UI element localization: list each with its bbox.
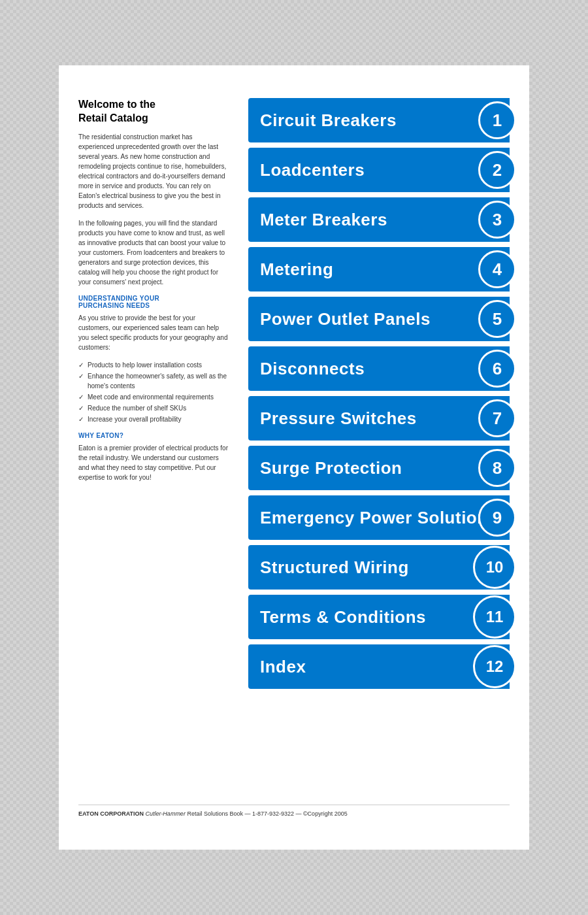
checklist-item: Increase your overall profitability [78,414,229,424]
menu-label: Meter Breakers [260,210,387,230]
menu-label: Metering [260,259,333,280]
menu-bar: Disconnects [248,346,510,391]
footer-subbrand: Cutler-Hammer [146,810,186,817]
menu-number: 4 [478,250,516,288]
menu-bar: Power Outlet Panels [248,297,510,341]
menu-bar: Structured Wiring [248,545,510,590]
menu-label: Emergency Power Solutions [260,508,498,528]
section2-heading: WHY EATON? [78,432,229,439]
footer: EATON CORPORATION Cutler-Hammer Retail S… [78,805,510,817]
menu-label: Index [260,657,306,677]
menu-item[interactable]: Surge Protection8 [248,446,510,490]
page: Welcome to the Retail Catalog The reside… [59,65,529,850]
menu-label: Loadcenters [260,160,365,180]
menu-bar: Terms & Conditions [248,595,510,639]
section1-text: As you strive to provide the best for yo… [78,313,229,352]
menu-number: 5 [478,300,516,338]
checklist-item: Enhance the homeowner's safety, as well … [78,371,229,391]
menu-bar: Pressure Switches [248,396,510,441]
menu-item[interactable]: Metering4 [248,247,510,291]
menu-number: 1 [478,101,516,139]
menu-label: Structured Wiring [260,557,409,578]
menu-label: Disconnects [260,359,365,379]
content-area: Welcome to the Retail Catalog The reside… [78,98,510,785]
checklist: Products to help lower installation cost… [78,360,229,424]
menu-number: 10 [473,546,516,589]
menu-label: Power Outlet Panels [260,309,431,329]
menu-item[interactable]: Power Outlet Panels5 [248,297,510,341]
menu-item[interactable]: Disconnects6 [248,346,510,391]
right-column: Circuit Breakers1Loadcenters2Meter Break… [248,98,510,785]
menu-bar: Surge Protection [248,446,510,490]
menu-item[interactable]: Structured Wiring10 [248,545,510,590]
menu-bar: Meter Breakers [248,197,510,242]
footer-brand: EATON CORPORATION [78,810,144,817]
menu-bar: Index [248,644,510,689]
menu-item[interactable]: Terms & Conditions11 [248,595,510,639]
menu-item[interactable]: Meter Breakers3 [248,197,510,242]
checklist-item: Reduce the number of shelf SKUs [78,403,229,413]
welcome-title: Welcome to the Retail Catalog [78,98,229,125]
intro-paragraph: The residential construction market has … [78,132,229,210]
menu-number: 8 [478,449,516,487]
menu-label: Terms & Conditions [260,607,426,627]
para2: In the following pages, you will find th… [78,218,229,287]
menu-bar: Metering [248,247,510,291]
menu-label: Pressure Switches [260,408,417,429]
checklist-item: Meet code and environmental requirements [78,392,229,402]
left-column: Welcome to the Retail Catalog The reside… [78,98,235,785]
footer-rest: Retail Solutions Book — 1-877-932-9322 —… [187,810,347,817]
menu-item[interactable]: Index12 [248,644,510,689]
menu-number: 6 [478,350,516,388]
menu-bar: Loadcenters [248,148,510,192]
menu-item[interactable]: Loadcenters2 [248,148,510,192]
menu-label: Surge Protection [260,458,402,478]
menu-label: Circuit Breakers [260,110,397,131]
checklist-item: Products to help lower installation cost… [78,360,229,370]
menu-item[interactable]: Pressure Switches7 [248,396,510,441]
menu-bar: Circuit Breakers [248,98,510,142]
section1-heading: UNDERSTANDING YOUR PURCHASING NEEDS [78,295,229,309]
menu-bar: Emergency Power Solutions [248,495,510,540]
menu-number: 7 [478,399,516,437]
menu-number: 12 [473,645,516,688]
menu-number: 9 [478,499,516,537]
menu-item[interactable]: Circuit Breakers1 [248,98,510,142]
menu-number: 3 [478,201,516,239]
menu-number: 2 [478,151,516,189]
menu-number: 11 [473,595,516,639]
menu-item[interactable]: Emergency Power Solutions9 [248,495,510,540]
section2-text: Eaton is a premier provider of electrica… [78,443,229,482]
